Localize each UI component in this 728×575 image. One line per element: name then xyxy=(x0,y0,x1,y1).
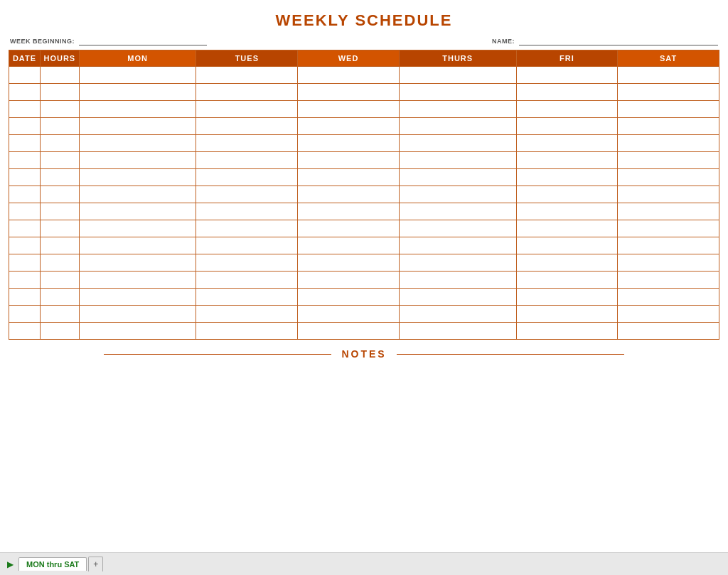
cell-wed[interactable] xyxy=(298,237,400,254)
cell-fri[interactable] xyxy=(516,237,618,254)
cell-thurs[interactable] xyxy=(399,118,516,135)
cell-wed[interactable] xyxy=(298,169,400,186)
cell-tues[interactable] xyxy=(196,169,298,186)
cell-tues[interactable] xyxy=(196,323,298,340)
cell-thurs[interactable] xyxy=(399,289,516,306)
cell-sat[interactable] xyxy=(618,67,719,84)
cell-hours[interactable] xyxy=(40,254,79,272)
cell-hours[interactable] xyxy=(40,186,79,203)
tab-nav-prev[interactable]: ▶ xyxy=(3,557,17,571)
cell-wed[interactable] xyxy=(298,254,400,272)
cell-wed[interactable] xyxy=(298,118,400,135)
cell-date[interactable] xyxy=(9,152,41,169)
cell-hours[interactable] xyxy=(40,84,79,101)
cell-sat[interactable] xyxy=(618,186,719,203)
cell-hours[interactable] xyxy=(40,67,79,84)
cell-thurs[interactable] xyxy=(399,237,516,254)
cell-fri[interactable] xyxy=(516,67,618,84)
cell-mon[interactable] xyxy=(79,169,196,186)
cell-date[interactable] xyxy=(9,220,41,237)
cell-fri[interactable] xyxy=(516,306,618,323)
cell-thurs[interactable] xyxy=(399,186,516,203)
cell-tues[interactable] xyxy=(196,237,298,254)
cell-thurs[interactable] xyxy=(399,169,516,186)
cell-mon[interactable] xyxy=(79,237,196,254)
cell-hours[interactable] xyxy=(40,152,79,169)
cell-mon[interactable] xyxy=(79,306,196,323)
cell-hours[interactable] xyxy=(40,323,79,340)
cell-mon[interactable] xyxy=(79,323,196,340)
cell-fri[interactable] xyxy=(516,152,618,169)
cell-mon[interactable] xyxy=(79,186,196,203)
cell-thurs[interactable] xyxy=(399,203,516,220)
cell-fri[interactable] xyxy=(516,272,618,289)
cell-date[interactable] xyxy=(9,254,41,272)
cell-mon[interactable] xyxy=(79,84,196,101)
cell-tues[interactable] xyxy=(196,152,298,169)
cell-mon[interactable] xyxy=(79,118,196,135)
cell-mon[interactable] xyxy=(79,67,196,84)
cell-hours[interactable] xyxy=(40,203,79,220)
cell-hours[interactable] xyxy=(40,135,79,152)
cell-wed[interactable] xyxy=(298,135,400,152)
cell-mon[interactable] xyxy=(79,101,196,118)
cell-wed[interactable] xyxy=(298,67,400,84)
cell-hours[interactable] xyxy=(40,169,79,186)
cell-date[interactable] xyxy=(9,84,41,101)
cell-wed[interactable] xyxy=(298,203,400,220)
cell-mon[interactable] xyxy=(79,254,196,272)
cell-wed[interactable] xyxy=(298,306,400,323)
cell-mon[interactable] xyxy=(79,272,196,289)
cell-tues[interactable] xyxy=(196,84,298,101)
cell-tues[interactable] xyxy=(196,67,298,84)
cell-fri[interactable] xyxy=(516,118,618,135)
cell-sat[interactable] xyxy=(618,306,719,323)
week-beginning-input[interactable] xyxy=(79,37,207,45)
cell-hours[interactable] xyxy=(40,237,79,254)
cell-wed[interactable] xyxy=(298,220,400,237)
cell-date[interactable] xyxy=(9,101,41,118)
cell-thurs[interactable] xyxy=(399,84,516,101)
cell-tues[interactable] xyxy=(196,220,298,237)
cell-wed[interactable] xyxy=(298,101,400,118)
cell-sat[interactable] xyxy=(618,169,719,186)
cell-fri[interactable] xyxy=(516,135,618,152)
cell-tues[interactable] xyxy=(196,272,298,289)
cell-sat[interactable] xyxy=(618,203,719,220)
cell-sat[interactable] xyxy=(618,118,719,135)
cell-fri[interactable] xyxy=(516,289,618,306)
cell-date[interactable] xyxy=(9,323,41,340)
cell-date[interactable] xyxy=(9,203,41,220)
cell-thurs[interactable] xyxy=(399,254,516,272)
cell-mon[interactable] xyxy=(79,152,196,169)
cell-fri[interactable] xyxy=(516,186,618,203)
cell-tues[interactable] xyxy=(196,254,298,272)
cell-sat[interactable] xyxy=(618,272,719,289)
cell-tues[interactable] xyxy=(196,186,298,203)
cell-sat[interactable] xyxy=(618,220,719,237)
cell-date[interactable] xyxy=(9,272,41,289)
cell-date[interactable] xyxy=(9,169,41,186)
name-input[interactable] xyxy=(519,37,718,45)
cell-hours[interactable] xyxy=(40,220,79,237)
cell-tues[interactable] xyxy=(196,203,298,220)
cell-wed[interactable] xyxy=(298,323,400,340)
cell-date[interactable] xyxy=(9,67,41,84)
cell-sat[interactable] xyxy=(618,101,719,118)
cell-sat[interactable] xyxy=(618,323,719,340)
cell-fri[interactable] xyxy=(516,169,618,186)
cell-wed[interactable] xyxy=(298,186,400,203)
cell-thurs[interactable] xyxy=(399,323,516,340)
cell-thurs[interactable] xyxy=(399,306,516,323)
cell-fri[interactable] xyxy=(516,203,618,220)
cell-fri[interactable] xyxy=(516,220,618,237)
cell-fri[interactable] xyxy=(516,254,618,272)
cell-thurs[interactable] xyxy=(399,67,516,84)
cell-wed[interactable] xyxy=(298,152,400,169)
cell-date[interactable] xyxy=(9,135,41,152)
cell-mon[interactable] xyxy=(79,135,196,152)
cell-date[interactable] xyxy=(9,237,41,254)
cell-sat[interactable] xyxy=(618,254,719,272)
cell-date[interactable] xyxy=(9,118,41,135)
cell-hours[interactable] xyxy=(40,118,79,135)
